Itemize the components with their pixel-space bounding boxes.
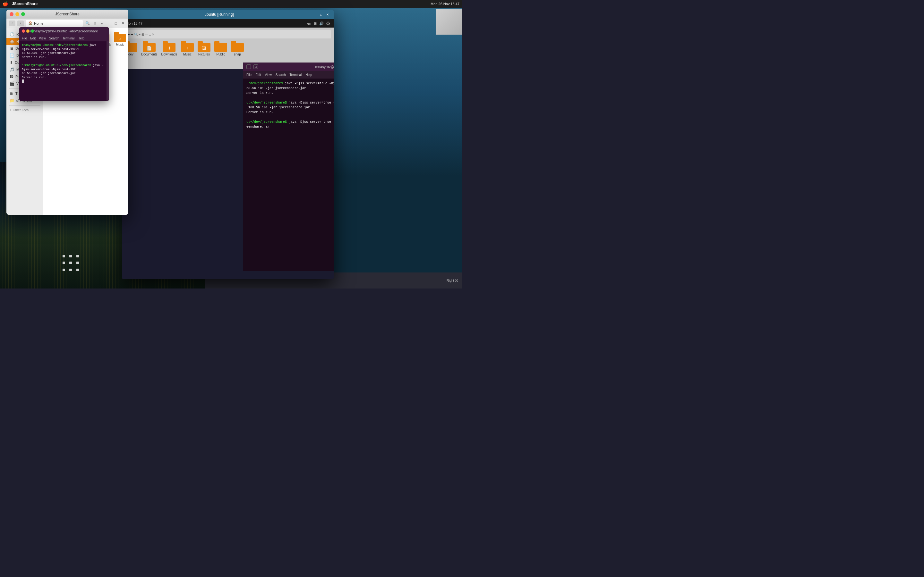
ubuntu-folder-pictures-icon: 🖼 (198, 41, 210, 52)
fm-back-button[interactable]: ‹ (9, 21, 15, 26)
terminal-small-body: mnasyrov@mn-ubuntu:~/dev/jscreenshare$ j… (19, 41, 109, 101)
ubuntu-folder-dev-label: dev (128, 53, 134, 56)
view-list-button[interactable]: ≡ (99, 21, 105, 26)
ubuntu-menubar-right: en ⊞ 🔊 ⏻ (307, 21, 330, 26)
ubuntu-terminal-menu-edit[interactable]: Edit (255, 73, 261, 77)
ubuntu-fm-toolbar: ⬅ ➡ 🔍 ≡ ⊞ — □ ✕ (124, 30, 331, 39)
apple-menu[interactable]: 🍎 (3, 1, 8, 6)
ubuntu-terminal-maximize-btn[interactable]: □ (254, 64, 258, 69)
terminal-line-1: mnasyrov@mn-ubuntu:~/dev/jscreenshare$ j… (22, 43, 107, 51)
ubuntu-terminal-menu-search[interactable]: Search (276, 73, 286, 77)
preview-window (436, 9, 462, 35)
jss-titlebar: JScreenShare (6, 10, 128, 19)
ubuntu-terminal-menu-help[interactable]: Help (305, 73, 312, 77)
search-button[interactable]: 🔍 (85, 21, 90, 26)
ubuntu-folder-downloads-icon: ⬇ (163, 41, 176, 52)
taskbar-dots (63, 255, 82, 274)
ubuntu-vm-window: ubuntu [Running] — □ ✕ Mon 13:47 en ⊞ 🔊 … (122, 10, 334, 279)
ubuntu-terminal-blank1 (246, 95, 334, 100)
breadcrumb-text: Home (34, 21, 43, 25)
fm-toolbar: ‹ › 🏠 Home 🔍 ⊞ ≡ — □ ✕ (6, 19, 128, 28)
terminal-menu-view[interactable]: View (39, 37, 46, 40)
ubuntu-terminal-menu-view[interactable]: View (265, 73, 272, 77)
ubuntu-fm-toolbar-icons: ⬅ ➡ 🔍 ≡ ⊞ — □ ✕ (127, 33, 154, 36)
ubuntu-folder-music[interactable]: ♪ Music (181, 41, 194, 56)
home-icon: 🏠 (28, 21, 33, 25)
terminal-menu-help[interactable]: Help (78, 37, 84, 40)
ubuntu-terminal-window: — □ mnasyrov@mn-ubuntu: ~/dev/jscreensha… (243, 63, 334, 271)
ubuntu-terminal-menu-terminal[interactable]: Terminal (290, 73, 302, 77)
documents-icon: 📄 (10, 53, 15, 58)
close-win-button[interactable]: ✕ (120, 21, 126, 26)
ubuntu-minimize-btn[interactable]: — (312, 12, 317, 17)
ubuntu-folder-pictures[interactable]: 🖼 Pictures (198, 41, 210, 56)
ubuntu-folder-snap[interactable]: snap (231, 41, 244, 56)
terminal-line-6: Server is run. (22, 76, 107, 80)
minimize-win-button[interactable]: — (106, 21, 111, 26)
ubuntu-folder-downloads-label: Downloads (162, 53, 177, 56)
ubuntu-close-btn[interactable]: ✕ (325, 12, 330, 17)
ubuntu-sound-icon: 🔊 (319, 21, 324, 26)
ubuntu-titlebar: ubuntu [Running] — □ ✕ (122, 10, 334, 19)
other-locations-section: + Other Loca... (6, 107, 43, 113)
ubuntu-folder-downloads[interactable]: ⬇ Downloads (162, 41, 177, 56)
sfvms-icon: 📁 (10, 98, 15, 103)
ubuntu-network-icon: ⊞ (314, 21, 317, 26)
maximize-win-button[interactable]: □ (113, 21, 119, 26)
ubuntu-terminal-line-4: u:~/dev/jscreenshare$ java -Djss.server=… (246, 100, 334, 105)
plus-icon: + (10, 108, 11, 112)
terminal-menu-terminal[interactable]: Terminal (63, 37, 75, 40)
ubuntu-terminal-menu-file[interactable]: File (246, 73, 252, 77)
ubuntu-maximize-btn[interactable]: □ (319, 12, 323, 17)
terminal-menu-file[interactable]: File (22, 37, 27, 40)
ubuntu-folder-documents-label: Documents (141, 53, 158, 56)
terminal-line-4: ^Cmnasyrov@mn-ubuntu:~/dev/jscreenshare$… (22, 63, 107, 71)
ubuntu-folder-music-icon: ♪ (181, 41, 194, 52)
mac-menubar: 🍎 JScreenShare Mon 26 Nov 13:47 (0, 0, 462, 8)
ubuntu-folder-documents[interactable]: 📄 Documents (141, 41, 158, 56)
ubuntu-folders-row: dev 📄 Documents ⬇ Downloads (124, 40, 331, 57)
home-sidebar-icon: 🏠 (10, 39, 15, 44)
terminal-line-3: Server is run. (22, 55, 107, 60)
pictures-icon: 🖼 (10, 74, 13, 79)
terminal-close-btn[interactable] (22, 29, 25, 33)
ubuntu-vm-menubar: Mon 13:47 en ⊞ 🔊 ⏻ (122, 19, 334, 27)
fm-forward-button[interactable]: › (17, 21, 24, 26)
view-grid-button[interactable]: ⊞ (92, 21, 97, 26)
other-locations-label: Other Loca... (13, 108, 31, 112)
ubuntu-folder-public[interactable]: Public (214, 41, 227, 56)
ubuntu-folder-snap-label: snap (234, 53, 241, 56)
ubuntu-terminal-left-btns: — □ (246, 64, 259, 69)
terminal-small-scrollbar[interactable] (107, 41, 109, 101)
ubuntu-power-icon: ⏻ (326, 21, 330, 25)
ubuntu-terminal-line-3: Server is run. (246, 91, 334, 95)
terminal-line-blank (22, 59, 107, 63)
close-button[interactable] (10, 12, 13, 16)
recent-icon: 🕐 (10, 32, 15, 37)
sidebar-divider2 (9, 105, 40, 106)
music-icon: 🎵 (10, 67, 15, 72)
downloads-icon: ⬇ (10, 60, 13, 65)
window-buttons (10, 12, 25, 16)
terminal-menu-edit[interactable]: Edit (30, 37, 36, 40)
fm-toolbar-right: 🔍 ⊞ ≡ — □ ✕ (85, 21, 126, 26)
ubuntu-terminal-titlebar: — □ mnasyrov@mn-ubuntu: ~/dev/jscreensha… (243, 63, 334, 71)
ubuntu-window-title: ubuntu [Running] (126, 12, 312, 17)
terminal-max-btn[interactable] (31, 29, 34, 33)
folder-music-icon: ♪ (114, 32, 126, 42)
terminal-min-btn[interactable] (26, 29, 29, 33)
minimize-button[interactable] (15, 12, 19, 16)
taskbar-right-label: Right ⌘ (447, 279, 458, 282)
folder-music-label: Music (116, 43, 124, 47)
desktop-icon: 🖥 (10, 46, 13, 51)
ubuntu-terminal-line-8: eenshare.jar (246, 124, 334, 129)
maximize-button[interactable] (21, 12, 25, 16)
terminal-menu-search[interactable]: Search (49, 37, 59, 40)
app-name[interactable]: JScreenShare (12, 2, 37, 6)
folder-music[interactable]: ♪ Music (114, 32, 126, 47)
ubuntu-lang: en (307, 21, 311, 25)
ubuntu-folder-public-label: Public (216, 53, 225, 56)
ubuntu-terminal-minimize-btn[interactable]: — (246, 64, 251, 69)
ubuntu-terminal-line-6: Server is run. (246, 110, 334, 115)
terminal-line-5: 68.56.101 -jar jscreenshare.jar (22, 71, 107, 76)
